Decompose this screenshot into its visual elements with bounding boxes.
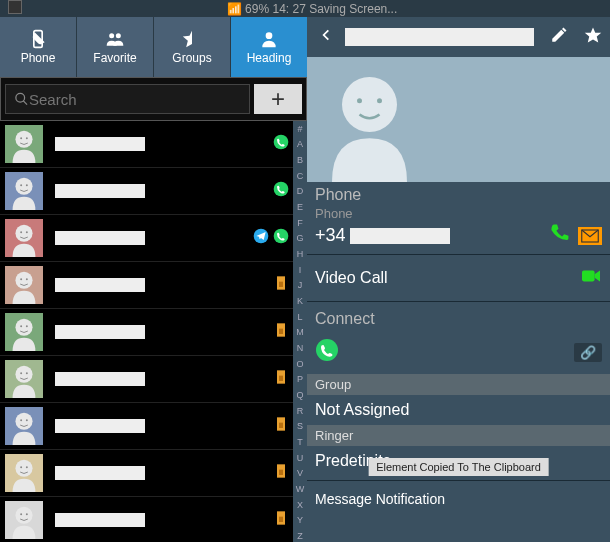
- contact-row[interactable]: [0, 497, 307, 542]
- sim-icon: [273, 275, 289, 295]
- tab-label: Heading: [247, 51, 292, 65]
- alpha-letter[interactable]: W: [296, 484, 305, 494]
- tab-favorite[interactable]: Favorite: [77, 17, 154, 77]
- contact-list: #ABCDEFGHIJKLMNOPQRSTUVWXYZ: [0, 121, 307, 542]
- contact-avatar: [0, 450, 47, 497]
- phone-number[interactable]: +34: [315, 225, 542, 246]
- tab-label: Phone: [21, 51, 56, 65]
- svg-point-45: [25, 466, 27, 468]
- alpha-index[interactable]: #ABCDEFGHIJKLMNOPQRSTUVWXYZ: [293, 121, 307, 542]
- pencil-icon: [550, 26, 568, 44]
- alpha-letter[interactable]: Z: [297, 531, 303, 541]
- contact-name: [47, 372, 273, 386]
- alpha-letter[interactable]: O: [296, 359, 303, 369]
- sim-icon: [273, 369, 289, 389]
- contact-avatar: [0, 121, 47, 168]
- alpha-letter[interactable]: E: [297, 202, 303, 212]
- contact-row[interactable]: [0, 121, 307, 168]
- contact-row[interactable]: [0, 356, 307, 403]
- contact-row[interactable]: [0, 403, 307, 450]
- alpha-letter[interactable]: N: [297, 343, 304, 353]
- svg-point-54: [357, 98, 362, 103]
- alpha-letter[interactable]: Q: [296, 390, 303, 400]
- back-button[interactable]: [315, 26, 337, 49]
- alpha-letter[interactable]: #: [297, 124, 302, 134]
- sim-icon: [273, 463, 289, 483]
- tab-heading[interactable]: Heading: [231, 17, 307, 77]
- svg-point-4: [16, 93, 25, 102]
- contact-row[interactable]: [0, 215, 307, 262]
- tab-phone[interactable]: Phone: [0, 17, 77, 77]
- alpha-letter[interactable]: A: [297, 139, 303, 149]
- svg-point-55: [377, 98, 382, 103]
- svg-rect-36: [279, 376, 283, 381]
- search-input[interactable]: [29, 91, 241, 108]
- contact-row[interactable]: [0, 168, 307, 215]
- call-button[interactable]: [550, 223, 570, 248]
- svg-point-12: [15, 178, 32, 195]
- alpha-letter[interactable]: D: [297, 186, 304, 196]
- alpha-letter[interactable]: T: [297, 437, 303, 447]
- whatsapp-icon: [315, 338, 339, 362]
- sim-icon: [273, 510, 289, 530]
- plus-icon: +: [271, 85, 285, 113]
- edit-button[interactable]: [550, 26, 568, 48]
- contact-name: [47, 419, 273, 433]
- alpha-letter[interactable]: M: [296, 327, 304, 337]
- contact-name-header: [345, 28, 534, 46]
- alpha-letter[interactable]: P: [297, 374, 303, 384]
- alpha-letter[interactable]: G: [296, 233, 303, 243]
- alpha-letter[interactable]: X: [297, 500, 303, 510]
- svg-point-7: [15, 131, 32, 148]
- alpha-letter[interactable]: I: [299, 265, 302, 275]
- svg-point-53: [342, 77, 397, 132]
- contact-name: [47, 466, 273, 480]
- svg-point-3: [266, 32, 273, 39]
- group-value[interactable]: Not Assigned: [307, 395, 610, 425]
- video-call-row[interactable]: Video Call: [307, 259, 610, 297]
- alpha-letter[interactable]: C: [297, 171, 304, 181]
- alpha-letter[interactable]: B: [297, 155, 303, 165]
- whatsapp-icon: [273, 134, 289, 154]
- sim-icon: [273, 416, 289, 436]
- add-contact-button[interactable]: +: [254, 84, 302, 114]
- contact-row[interactable]: [0, 450, 307, 497]
- svg-point-43: [15, 460, 32, 477]
- svg-point-2: [116, 33, 121, 38]
- contact-avatar: [0, 168, 47, 215]
- sms-button[interactable]: [578, 227, 602, 245]
- favorite-button[interactable]: [584, 26, 602, 48]
- chevron-left-icon: [319, 26, 333, 44]
- svg-point-24: [20, 278, 22, 280]
- alpha-letter[interactable]: J: [298, 280, 303, 290]
- svg-point-50: [25, 513, 27, 515]
- alpha-letter[interactable]: L: [297, 312, 302, 322]
- alpha-letter[interactable]: R: [297, 406, 304, 416]
- alpha-letter[interactable]: S: [297, 421, 303, 431]
- contact-avatar-section: [307, 57, 610, 182]
- tab-groups[interactable]: Groups: [154, 17, 231, 77]
- message-notification-row[interactable]: Message Notification: [307, 485, 610, 513]
- alpha-letter[interactable]: H: [297, 249, 304, 259]
- svg-point-1: [109, 33, 114, 38]
- tab-label: Favorite: [93, 51, 136, 65]
- alpha-letter[interactable]: V: [297, 468, 303, 478]
- person-icon: [259, 29, 279, 49]
- svg-point-34: [20, 372, 22, 374]
- svg-point-21: [274, 229, 289, 244]
- toast-message: Element Copied To The Clipboard: [368, 458, 549, 476]
- contact-row[interactable]: [0, 309, 307, 356]
- svg-point-8: [20, 137, 22, 139]
- contact-row[interactable]: [0, 262, 307, 309]
- alpha-letter[interactable]: U: [297, 453, 304, 463]
- search-box[interactable]: [5, 84, 250, 114]
- alpha-letter[interactable]: Y: [297, 515, 303, 525]
- svg-rect-57: [582, 271, 595, 282]
- star-half-icon: [182, 29, 202, 49]
- alpha-letter[interactable]: F: [297, 218, 303, 228]
- alpha-letter[interactable]: K: [297, 296, 303, 306]
- link-icon: 🔗: [574, 343, 602, 362]
- whatsapp-connect-row[interactable]: 🔗: [307, 330, 610, 374]
- connect-title: Connect: [307, 306, 610, 330]
- svg-rect-26: [279, 282, 283, 287]
